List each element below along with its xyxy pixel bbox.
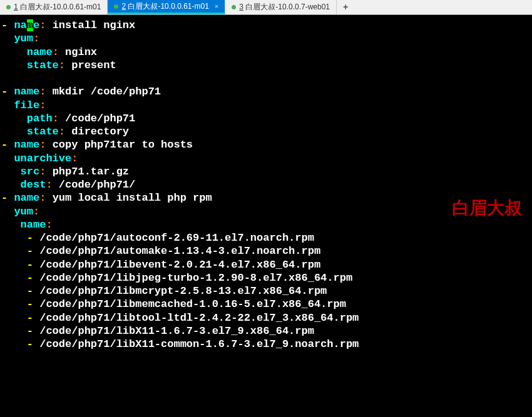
tab-2[interactable]: 2 白眉大叔-10.0.0.61-m01 × — [108, 0, 225, 14]
status-dot-icon — [232, 5, 236, 9]
code-line: - /code/php71/automake-1.13.4-3.el7.noar… — [0, 244, 532, 258]
code-line: state: directory — [0, 125, 532, 138]
code-line: path: /code/php71 — [0, 112, 532, 125]
code-line: - name: mkdir /code/php71 — [0, 85, 532, 98]
code-line: name: nginx — [0, 46, 532, 59]
tab-label: 白眉大叔-10.0.0.61-m01 — [20, 3, 101, 11]
status-dot-icon — [114, 4, 118, 9]
tab-number: 3 — [239, 3, 243, 11]
tab-bar: 1 白眉大叔-10.0.0.61-m01 2 白眉大叔-10.0.0.61-m0… — [0, 0, 532, 15]
code-line: - /code/php71/libtool-ltdl-2.4.2-22.el7_… — [0, 311, 532, 324]
code-line: - /code/php71/libX11-common-1.6.7-3.el7_… — [0, 338, 532, 351]
cursor: m — [27, 19, 33, 31]
code-line: - name: copy php71tar to hosts — [0, 138, 532, 151]
code-line: yum: — [0, 32, 532, 45]
add-tab-button[interactable]: + — [337, 0, 354, 14]
code-line: state: present — [0, 59, 532, 72]
tab-label: 白眉大叔-10.0.0.7-web01 — [245, 3, 330, 11]
code-line: - /code/php71/libX11-1.6.7-3.el7_9.x86_6… — [0, 324, 532, 338]
tab-1[interactable]: 1 白眉大叔-10.0.0.61-m01 — [0, 0, 108, 14]
code-line: - /code/php71/libmcrypt-2.5.8-13.el7.x86… — [0, 284, 532, 298]
code-line: - /code/php71/autoconf-2.69-11.el7.noarc… — [0, 231, 532, 244]
code-line: - /code/php71/libmemcached-1.0.16-5.el7.… — [0, 298, 532, 311]
tab-number: 2 — [121, 2, 126, 11]
close-icon[interactable]: × — [215, 3, 218, 10]
code-line: - name: install nginx — [0, 19, 532, 32]
tab-number: 1 — [14, 3, 18, 11]
code-line: dest: /code/php71/ — [0, 178, 532, 191]
code-line — [0, 72, 532, 85]
tab-3[interactable]: 3 白眉大叔-10.0.0.7-web01 — [225, 0, 337, 14]
tab-label: 白眉大叔-10.0.0.61-m01 — [128, 2, 208, 11]
code-line: unarchive: — [0, 152, 532, 165]
code-line: file: — [0, 99, 532, 112]
code-line: src: php71.tar.gz — [0, 165, 532, 178]
watermark: 白眉大叔 — [452, 196, 522, 220]
code-line: - /code/php71/libjpeg-turbo-1.2.90-8.el7… — [0, 271, 532, 284]
editor-area[interactable]: 白眉大叔 - name: install nginx yum: name: ng… — [0, 15, 532, 354]
status-dot-icon — [6, 5, 11, 9]
code-line: - /code/php71/libevent-2.0.21-4.el7.x86_… — [0, 258, 532, 271]
